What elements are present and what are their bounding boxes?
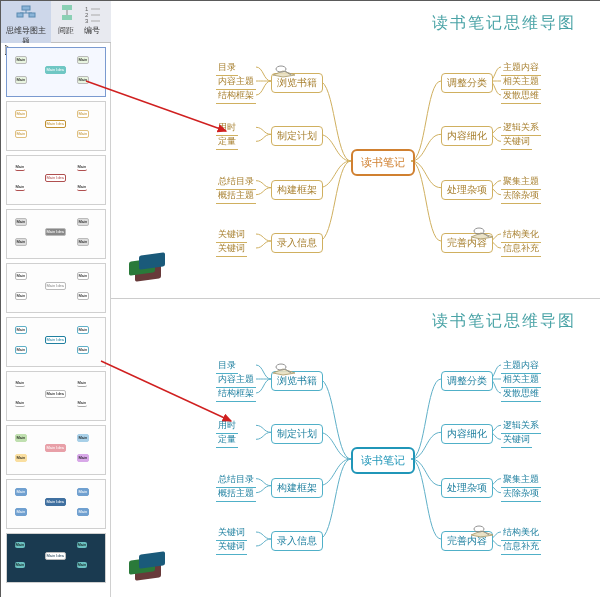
spacing-label: 间距: [58, 26, 74, 35]
thumbnail-template[interactable]: Main Idea Main Main Main Main: [6, 371, 106, 421]
mindmap-branch[interactable]: 内容细化: [441, 424, 493, 444]
mindmap-leaf[interactable]: 目录: [216, 61, 238, 76]
numbering-icon: 123: [83, 3, 103, 23]
mindmap-leaf[interactable]: 结构美化: [501, 228, 541, 243]
mindmap-branch[interactable]: 处理杂项: [441, 180, 493, 200]
mindmap-bottom: 读书笔记浏览书籍目录内容主题结构框架制定计划用时定量构建框架总结目录概括主题录入…: [181, 359, 581, 579]
mindmap-leaf[interactable]: 关键词: [216, 540, 247, 555]
mindmap-leaf[interactable]: 主题内容: [501, 61, 541, 76]
mindmap-branch[interactable]: 处理杂项: [441, 478, 493, 498]
mindmap-leaf[interactable]: 总结目录: [216, 473, 256, 488]
svg-point-21: [474, 526, 484, 532]
mindmap-branch[interactable]: 录入信息: [271, 531, 323, 551]
mindmap-leaf[interactable]: 逻辑关系: [501, 121, 541, 136]
book-decoration-icon: [271, 361, 299, 377]
mindmap-leaf[interactable]: 关键词: [501, 433, 532, 448]
mindmap-leaf[interactable]: 逻辑关系: [501, 419, 541, 434]
book-decoration-icon: [271, 63, 299, 79]
mindmap-leaf[interactable]: 相关主题: [501, 373, 541, 388]
mindmap-leaf[interactable]: 发散思维: [501, 387, 541, 402]
thumbnail-template[interactable]: Main Idea Main Main Main Main: [6, 155, 106, 205]
mindmap-leaf[interactable]: 概括主题: [216, 189, 256, 204]
svg-rect-6: [62, 15, 72, 20]
mindmap-leaf[interactable]: 主题内容: [501, 359, 541, 374]
svg-point-15: [276, 66, 286, 72]
thumbnail-template[interactable]: Main Idea Main Main Main Main: [6, 533, 106, 583]
annotation-arrow: [101, 361, 241, 433]
thumbnail-template[interactable]: Main Idea Main Main Main Main: [6, 425, 106, 475]
thumbnail-template[interactable]: Main Idea Main Main Main Main: [6, 317, 106, 367]
theme-icon: [16, 3, 36, 23]
thumbnail-template[interactable]: Main Idea Main Main Main Main: [6, 209, 106, 259]
mindmap-branch[interactable]: 构建框架: [271, 180, 323, 200]
book-decoration-icon: [469, 225, 497, 241]
mindmap-leaf[interactable]: 信息补充: [501, 540, 541, 555]
svg-point-19: [276, 364, 286, 370]
mindmap-leaf[interactable]: 信息补充: [501, 242, 541, 257]
svg-rect-3: [17, 13, 23, 17]
numbering-label: 编号: [84, 26, 100, 35]
mindmap-leaf[interactable]: 发散思维: [501, 89, 541, 104]
svg-rect-4: [29, 13, 35, 17]
mindmap-center[interactable]: 读书笔记: [351, 447, 415, 474]
book-decoration-icon: [469, 523, 497, 539]
mindmap-leaf[interactable]: 定量: [216, 433, 238, 448]
mindmap-branch[interactable]: 内容细化: [441, 126, 493, 146]
numbering-dropdown[interactable]: 123 编号: [80, 1, 104, 38]
thumbnail-template[interactable]: Main Idea Main Main Main Main: [6, 479, 106, 529]
mindmap-branch[interactable]: 调整分类: [441, 73, 493, 93]
svg-rect-5: [62, 5, 72, 10]
canvas-top[interactable]: 读书笔记思维导图 读书笔记浏览书籍目录内容主题结构框架制定计划用时定量构建框架总…: [111, 1, 600, 299]
mindmap-leaf[interactable]: 概括主题: [216, 487, 256, 502]
mindmap-leaf[interactable]: 去除杂项: [501, 189, 541, 204]
mindmap-leaf[interactable]: 相关主题: [501, 75, 541, 90]
svg-rect-0: [22, 6, 30, 10]
mindmap-branch[interactable]: 调整分类: [441, 371, 493, 391]
svg-line-24: [101, 361, 231, 421]
mindmap-leaf[interactable]: 关键词: [216, 526, 247, 541]
books-icon: [129, 551, 169, 587]
mindmap-branch[interactable]: 构建框架: [271, 478, 323, 498]
mindmap-branch[interactable]: 制定计划: [271, 424, 323, 444]
page-title: 读书笔记思维导图: [432, 311, 576, 332]
ribbon-toolbar: 思维导图主题 间距 123 编号: [1, 1, 111, 43]
mindmap-leaf[interactable]: 关键词: [216, 228, 247, 243]
mindmap-leaf[interactable]: 结构美化: [501, 526, 541, 541]
svg-point-17: [474, 228, 484, 234]
mindmap-leaf[interactable]: 关键词: [216, 242, 247, 257]
mindmap-leaf[interactable]: 总结目录: [216, 175, 256, 190]
mindmap-branch[interactable]: 制定计划: [271, 126, 323, 146]
mindmap-leaf[interactable]: 聚集主题: [501, 473, 541, 488]
mindmap-leaf[interactable]: 聚集主题: [501, 175, 541, 190]
spacing-icon: [57, 3, 77, 23]
spacing-dropdown[interactable]: 间距: [54, 1, 78, 38]
mindmap-leaf[interactable]: 去除杂项: [501, 487, 541, 502]
theme-dropdown[interactable]: 思维导图主题: [1, 1, 51, 49]
mindmap-top: 读书笔记浏览书籍目录内容主题结构框架制定计划用时定量构建框架总结目录概括主题录入…: [181, 61, 581, 281]
mindmap-center[interactable]: 读书笔记: [351, 149, 415, 176]
books-icon: [129, 252, 169, 288]
annotation-arrow: [86, 81, 236, 143]
page-title: 读书笔记思维导图: [432, 13, 576, 34]
svg-line-23: [86, 81, 226, 131]
mindmap-leaf[interactable]: 关键词: [501, 135, 532, 150]
svg-text:3: 3: [85, 18, 89, 23]
canvas-bottom[interactable]: 读书笔记思维导图 读书笔记浏览书籍目录内容主题结构框架制定计划用时定量构建框架总…: [111, 299, 600, 597]
thumbnail-template[interactable]: Main Idea Main Main Main Main: [6, 263, 106, 313]
mindmap-branch[interactable]: 录入信息: [271, 233, 323, 253]
